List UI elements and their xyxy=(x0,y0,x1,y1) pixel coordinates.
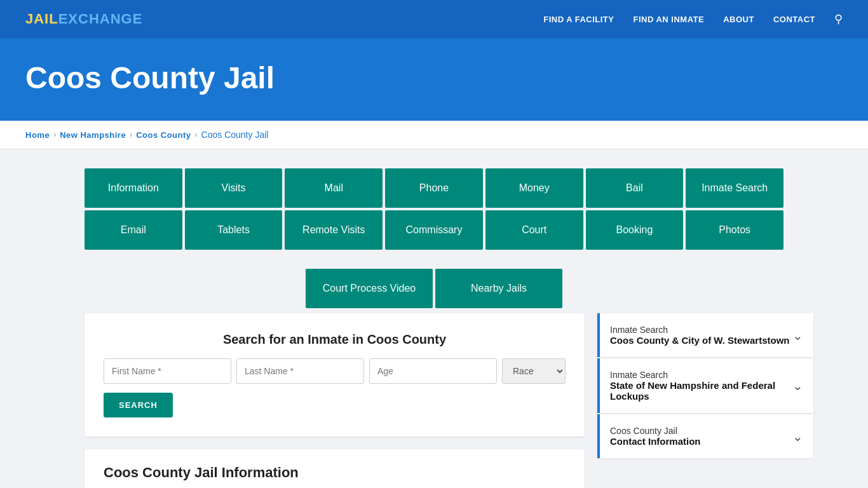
sidebar-item-1-title: Inmate Search xyxy=(610,325,790,335)
page-title: Coos County Jail xyxy=(25,60,843,95)
btn-information[interactable]: Information xyxy=(85,168,182,208)
btn-booking[interactable]: Booking xyxy=(586,210,684,250)
btn-bail[interactable]: Bail xyxy=(586,168,684,208)
nav-buttons-row2: Email Tablets Remote Visits Commissary C… xyxy=(85,210,783,250)
btn-remote-visits[interactable]: Remote Visits xyxy=(285,210,383,250)
btn-mail[interactable]: Mail xyxy=(285,168,383,208)
nav-about[interactable]: ABOUT xyxy=(723,15,754,24)
search-fields: Race White Black Hispanic Asian Other xyxy=(104,358,566,384)
sidebar-item-1[interactable]: Inmate Search Coos County & City of W. S… xyxy=(597,313,813,357)
search-button[interactable]: SEARCH xyxy=(104,393,173,417)
btn-court-video[interactable]: Court Process Video xyxy=(306,269,433,308)
btn-money[interactable]: Money xyxy=(485,168,583,208)
sidebar-item-3-subtitle: Contact Information xyxy=(610,436,701,447)
content-layout: Search for an Inmate in Coos County Race… xyxy=(85,313,783,488)
left-column: Search for an Inmate in Coos County Race… xyxy=(85,313,585,488)
hero-section: Coos County Jail xyxy=(0,38,868,121)
search-title: Search for an Inmate in Coos County xyxy=(104,332,566,347)
btn-visits[interactable]: Visits xyxy=(185,168,283,208)
inmate-search-box: Search for an Inmate in Coos County Race… xyxy=(85,313,585,437)
nav-buttons-row1: Information Visits Mail Phone Money Bail… xyxy=(85,168,783,208)
nav-contact[interactable]: CONTACT xyxy=(773,15,815,24)
breadcrumb-sep-2: › xyxy=(130,130,132,139)
btn-phone[interactable]: Phone xyxy=(385,168,483,208)
logo-jail: JAIL xyxy=(25,11,58,27)
info-title: Coos County Jail Information xyxy=(104,464,566,481)
breadcrumb-bar: Home › New Hampshire › Coos County › Coo… xyxy=(0,121,868,149)
race-select[interactable]: Race White Black Hispanic Asian Other xyxy=(502,358,566,384)
sidebar-item-2[interactable]: Inmate Search State of New Hampshire and… xyxy=(597,358,813,413)
btn-email[interactable]: Email xyxy=(85,210,182,250)
chevron-down-icon-3: ⌄ xyxy=(792,429,803,444)
sidebar-item-3[interactable]: Coos County Jail Contact Information ⌄ xyxy=(597,414,813,458)
breadcrumb-sep-1: › xyxy=(53,130,56,139)
breadcrumb: Home › New Hampshire › Coos County › Coo… xyxy=(25,130,843,140)
chevron-down-icon-1: ⌄ xyxy=(792,328,803,343)
btn-inmate-search[interactable]: Inmate Search xyxy=(686,168,783,208)
breadcrumb-current: Coos County Jail xyxy=(201,130,269,140)
chevron-down-icon-2: ⌄ xyxy=(792,378,803,393)
breadcrumb-coos[interactable]: Coos County xyxy=(136,130,191,140)
btn-nearby-jails[interactable]: Nearby Jails xyxy=(435,269,562,308)
sidebar-item-1-subtitle: Coos County & City of W. Stewartstown xyxy=(610,335,790,346)
btn-commissary[interactable]: Commissary xyxy=(385,210,483,250)
search-icon[interactable]: ⚲ xyxy=(834,12,843,26)
age-input[interactable] xyxy=(369,358,497,384)
sidebar-item-2-subtitle: State of New Hampshire and Federal Locku… xyxy=(610,380,792,402)
sidebar-item-3-title: Coos County Jail xyxy=(610,426,701,436)
sidebar-item-2-title: Inmate Search xyxy=(610,370,792,380)
right-column: Inmate Search Coos County & City of W. S… xyxy=(597,313,813,488)
logo-exchange: EXCHANGE xyxy=(58,11,143,27)
breadcrumb-sep-3: › xyxy=(195,130,198,139)
info-box: Coos County Jail Information xyxy=(85,449,585,488)
breadcrumb-home[interactable]: Home xyxy=(25,130,50,140)
nav-find-facility[interactable]: FIND A FACILITY xyxy=(543,15,614,24)
main-area: Information Visits Mail Phone Money Bail… xyxy=(0,149,868,488)
main-nav: FIND A FACILITY FIND AN INMATE ABOUT CON… xyxy=(543,12,843,26)
site-logo[interactable]: JAILEXCHANGE xyxy=(25,11,142,27)
site-header: JAILEXCHANGE FIND A FACILITY FIND AN INM… xyxy=(0,0,868,38)
btn-court[interactable]: Court xyxy=(485,210,583,250)
btn-tablets[interactable]: Tablets xyxy=(185,210,283,250)
btn-photos[interactable]: Photos xyxy=(686,210,783,250)
breadcrumb-nh[interactable]: New Hampshire xyxy=(60,130,126,140)
nav-find-inmate[interactable]: FIND AN INMATE xyxy=(633,15,704,24)
last-name-input[interactable] xyxy=(236,358,364,384)
first-name-input[interactable] xyxy=(104,358,231,384)
